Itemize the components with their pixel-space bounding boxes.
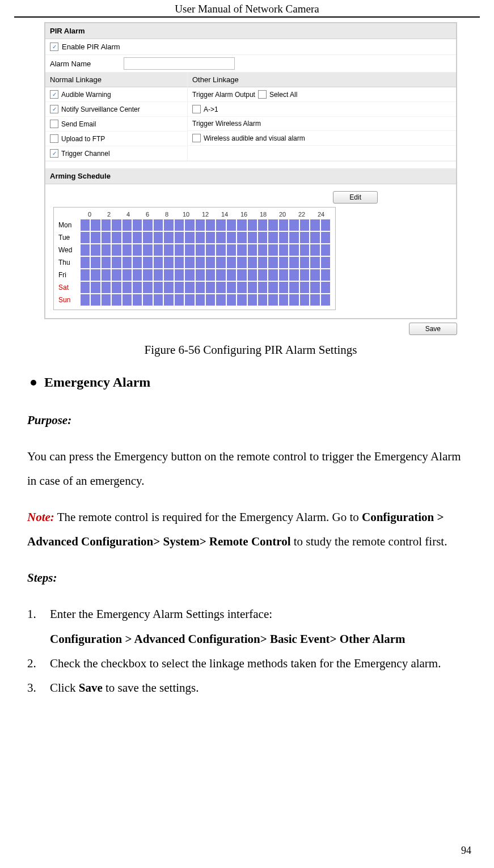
edit-button[interactable]: Edit — [333, 191, 378, 204]
save-button[interactable]: Save — [409, 323, 457, 335]
day-row-fri: Fri — [58, 269, 331, 281]
purpose-label: Purpose: — [27, 413, 71, 427]
pir-alarm-header: PIR Alarm — [45, 23, 456, 39]
alarm-name-input[interactable] — [124, 57, 235, 70]
checkbox-icon[interactable] — [50, 149, 58, 158]
day-label: Mon — [58, 221, 80, 229]
day-cells[interactable] — [80, 244, 331, 256]
link-audible[interactable]: Audible Warning — [45, 87, 187, 102]
trigger-wireless-label: Trigger Wireless Alarm — [188, 117, 456, 131]
step-2: Check the checkbox to select the linkage… — [27, 651, 472, 676]
day-cells[interactable] — [80, 219, 331, 231]
step-1-path: Configuration > Advanced Configuration> … — [50, 627, 472, 651]
day-row-mon: Mon — [58, 219, 331, 231]
link-notify[interactable]: Notify Surveillance Center — [45, 102, 187, 117]
day-cells[interactable] — [80, 231, 331, 244]
day-row-thu: Thu — [58, 256, 331, 269]
empty-cell — [188, 146, 456, 161]
day-label: Tue — [58, 234, 80, 242]
checkbox-icon[interactable] — [50, 105, 58, 113]
day-row-sun: Sun — [58, 294, 331, 306]
purpose-text: You can press the Emergency button on th… — [27, 444, 472, 493]
steps-list: Enter the Emergency Alarm Settings inter… — [27, 602, 472, 700]
link-email[interactable]: Send Email — [45, 117, 187, 132]
checkbox-icon[interactable] — [50, 134, 58, 143]
alarm-name-label: Alarm Name — [50, 60, 112, 68]
steps-label: Steps: — [27, 571, 57, 585]
a1-row[interactable]: A->1 — [188, 102, 456, 117]
page-header: User Manual of Network Camera — [14, 0, 480, 18]
day-label: Sat — [58, 283, 80, 291]
schedule-box: Edit 0 2 4 6 8 10 12 14 16 18 — [45, 184, 456, 318]
note-paragraph: Note: The remote control is required for… — [27, 505, 472, 554]
hour-axis: 0 2 4 6 8 10 12 14 16 18 20 22 24 — [58, 211, 331, 218]
day-row-sat: Sat — [58, 281, 331, 294]
day-row-wed: Wed — [58, 244, 331, 256]
link-ftp[interactable]: Upload to FTP — [45, 132, 187, 146]
bullet-icon — [31, 380, 36, 386]
day-label: Fri — [58, 271, 80, 279]
day-cells[interactable] — [80, 256, 331, 269]
select-all-checkbox[interactable] — [258, 90, 267, 99]
day-cells[interactable] — [80, 269, 331, 281]
trigger-alarm-output-row: Trigger Alarm Output Select All — [188, 87, 456, 102]
bullet-heading: Emergency Alarm — [27, 369, 472, 396]
checkbox-icon[interactable] — [50, 90, 58, 99]
day-label: Sun — [58, 296, 80, 304]
day-label: Wed — [58, 246, 80, 254]
emergency-alarm-heading: Emergency Alarm — [44, 369, 150, 396]
checkbox-icon[interactable] — [192, 134, 201, 142]
other-linkage-header: Other Linkage — [188, 73, 456, 87]
wireless-av-row[interactable]: Wireless audible and visual alarm — [188, 131, 456, 146]
enable-pir-row[interactable]: Enable PIR Alarm — [45, 39, 456, 55]
step-1: Enter the Emergency Alarm Settings inter… — [27, 602, 472, 651]
figure-area: PIR Alarm Enable PIR Alarm Alarm Name No… — [0, 22, 494, 357]
page-number: 94 — [461, 845, 471, 857]
day-row-tue: Tue — [58, 231, 331, 244]
normal-linkage-header: Normal Linkage — [45, 73, 187, 87]
linkage-table: Normal Linkage Audible Warning Notify Su… — [45, 73, 456, 162]
enable-pir-checkbox[interactable] — [50, 43, 58, 51]
figure-caption: Figure 6-56 Configuring PIR Alarm Settin… — [44, 343, 457, 357]
document-body: Emergency Alarm Purpose: You can press t… — [0, 369, 494, 700]
alarm-name-row: Alarm Name — [45, 55, 456, 73]
day-cells[interactable] — [80, 294, 331, 306]
arming-schedule-header: Arming Schedule — [45, 168, 456, 184]
checkbox-icon[interactable] — [192, 105, 201, 113]
step-3: Click Save to save the settings. — [27, 676, 472, 700]
day-label: Thu — [58, 259, 80, 266]
checkbox-icon[interactable] — [50, 120, 58, 128]
note-label: Note: — [27, 510, 54, 524]
schedule-grid: 0 2 4 6 8 10 12 14 16 18 20 22 24 M — [53, 207, 336, 310]
day-cells[interactable] — [80, 281, 331, 294]
enable-pir-label: Enable PIR Alarm — [62, 43, 120, 51]
link-trigger-channel[interactable]: Trigger Channel — [45, 146, 187, 161]
ui-screenshot: PIR Alarm Enable PIR Alarm Alarm Name No… — [44, 22, 457, 319]
